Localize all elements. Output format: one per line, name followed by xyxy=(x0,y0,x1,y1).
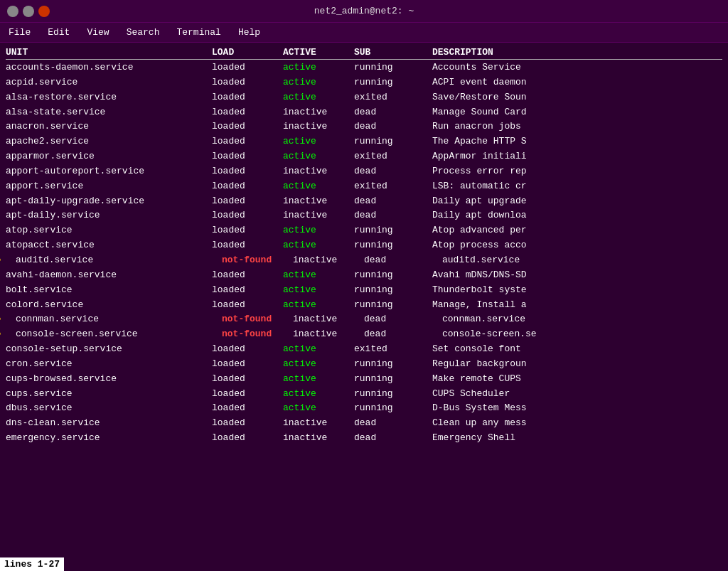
cell-desc: Atop advanced per xyxy=(432,224,722,238)
cell-desc: ACPI event daemon xyxy=(432,76,722,90)
table-body: accounts-daemon.serviceloadedactiverunni… xyxy=(6,60,722,446)
cell-desc: Process error rep xyxy=(432,165,722,178)
cell-unit: apport-autoreport.service xyxy=(6,165,212,178)
table-row: auditd.servicenot-foundinactivedeadaudit… xyxy=(6,253,722,268)
table-row: console-setup.serviceloadedactiveexitedS… xyxy=(6,342,722,357)
table-row: cups.serviceloadedactiverunningCUPS Sche… xyxy=(6,387,722,402)
cell-sub: dead xyxy=(354,195,432,208)
cell-unit: cups.service xyxy=(6,388,212,401)
cell-active: inactive xyxy=(283,120,354,134)
cell-desc: Daily apt downloa xyxy=(432,209,722,223)
cell-unit: atop.service xyxy=(6,224,212,238)
cell-load: loaded xyxy=(212,150,283,164)
cell-unit: cups-browsed.service xyxy=(6,373,212,386)
cell-active: active xyxy=(283,269,354,282)
cell-desc: Manage Sound Card xyxy=(432,106,722,119)
cell-sub: running xyxy=(354,402,432,415)
cell-load: loaded xyxy=(212,417,283,430)
cell-active: inactive xyxy=(283,106,354,119)
menu-item-help[interactable]: Help xyxy=(235,26,263,39)
cell-active: active xyxy=(283,91,354,105)
cell-desc: AppArmor initiali xyxy=(432,150,722,164)
cell-unit: dbus.service xyxy=(6,402,212,415)
cell-unit: atopacct.service xyxy=(6,239,212,252)
cell-unit: emergency.service xyxy=(6,432,212,445)
cell-sub: dead xyxy=(364,254,442,267)
cell-desc: Save/Restore Soun xyxy=(432,91,722,105)
menu-item-edit[interactable]: Edit xyxy=(45,26,73,39)
table-row: connman.servicenot-foundinactivedeadconn… xyxy=(6,312,722,327)
close-button[interactable] xyxy=(38,6,50,17)
cell-active: inactive xyxy=(293,313,364,326)
cell-active: active xyxy=(283,76,354,90)
cell-load: loaded xyxy=(212,91,283,105)
cell-load: loaded xyxy=(212,402,283,415)
cell-unit: apt-daily-upgrade.service xyxy=(6,195,212,208)
cell-unit: cron.service xyxy=(6,358,212,371)
header-load: LOAD xyxy=(212,47,283,58)
header-sub: SUB xyxy=(354,47,432,58)
menu-item-terminal[interactable]: Terminal xyxy=(173,26,223,39)
cell-sub: dead xyxy=(354,165,432,178)
header-active: ACTIVE xyxy=(283,47,354,58)
cell-active: active xyxy=(283,343,354,356)
minimize-button[interactable] xyxy=(7,6,18,17)
menu-item-view[interactable]: View xyxy=(84,26,112,39)
header-desc: DESCRIPTION xyxy=(432,47,722,58)
table-row: apt-daily-upgrade.serviceloadedinactived… xyxy=(6,194,722,209)
cell-load: loaded xyxy=(212,76,283,90)
cell-sub: dead xyxy=(354,106,432,119)
table-row: acpid.serviceloadedactiverunningACPI eve… xyxy=(6,75,722,90)
cell-unit: connman.service xyxy=(16,313,222,326)
cell-desc: Set console font xyxy=(432,343,722,356)
terminal: UNIT LOAD ACTIVE SUB DESCRIPTION account… xyxy=(0,43,728,571)
maximize-button[interactable] xyxy=(23,6,34,17)
cell-load: loaded xyxy=(212,120,283,134)
cell-desc: Emergency Shell xyxy=(432,432,722,445)
table-row: apport-autoreport.serviceloadedinactived… xyxy=(6,164,722,179)
cell-desc: auditd.service xyxy=(442,254,722,267)
titlebar: net2_admin@net2: ~ xyxy=(0,0,728,23)
menubar: FileEditViewSearchTerminalHelp xyxy=(0,23,728,43)
cell-load: loaded xyxy=(212,195,283,208)
cell-unit: alsa-restore.service xyxy=(6,91,212,105)
cell-unit: apache2.service xyxy=(6,135,212,149)
window-title: net2_admin@net2: ~ xyxy=(50,6,678,16)
cell-load: loaded xyxy=(212,224,283,238)
cell-active: inactive xyxy=(283,209,354,223)
cell-load: loaded xyxy=(212,269,283,282)
cell-active: active xyxy=(283,61,354,75)
menu-item-file[interactable]: File xyxy=(6,26,33,39)
cell-unit: avahi-daemon.service xyxy=(6,269,212,282)
table-row: atopacct.serviceloadedactiverunningAtop … xyxy=(6,238,722,253)
cell-unit: auditd.service xyxy=(16,254,222,267)
cell-sub: dead xyxy=(364,328,442,341)
table-row: dbus.serviceloadedactiverunningD-Bus Sys… xyxy=(6,401,722,416)
cell-active: active xyxy=(283,284,354,297)
window-controls[interactable] xyxy=(7,6,50,17)
table-row: colord.serviceloadedactiverunningManage,… xyxy=(6,298,722,313)
cell-sub: exited xyxy=(354,343,432,356)
header-unit: UNIT xyxy=(6,47,212,58)
cell-unit: console-screen.service xyxy=(16,328,222,341)
cell-desc: Daily apt upgrade xyxy=(432,195,722,208)
cell-desc: Clean up any mess xyxy=(432,417,722,430)
cell-load: loaded xyxy=(212,135,283,149)
cell-sub: running xyxy=(354,224,432,238)
table-row: emergency.serviceloadedinactivedeadEmerg… xyxy=(6,431,722,446)
statusbar-text: lines 1-27 xyxy=(4,559,60,570)
cell-load: loaded xyxy=(212,284,283,297)
cell-desc: Run anacron jobs xyxy=(432,120,722,134)
cell-load: loaded xyxy=(212,358,283,371)
cell-active: inactive xyxy=(283,195,354,208)
cell-active: active xyxy=(283,402,354,415)
cell-load: loaded xyxy=(212,239,283,252)
table-row: apport.serviceloadedactiveexitedLSB: aut… xyxy=(6,179,722,194)
menu-item-search[interactable]: Search xyxy=(124,26,163,39)
cell-load: not-found xyxy=(222,254,293,267)
cell-load: loaded xyxy=(212,165,283,178)
cell-desc: D-Bus System Mess xyxy=(432,402,722,415)
cell-desc: LSB: automatic cr xyxy=(432,180,722,193)
cell-active: active xyxy=(283,239,354,252)
cell-active: inactive xyxy=(283,417,354,430)
